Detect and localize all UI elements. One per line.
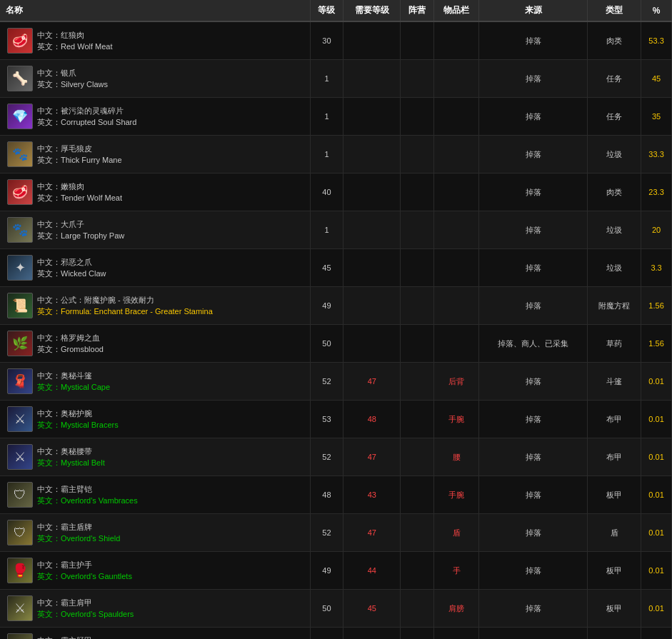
item-faction — [401, 136, 433, 173]
item-icon: ⚔ — [7, 444, 33, 470]
header-type: 类型 — [588, 0, 641, 21]
item-source: 掉落 — [479, 60, 588, 98]
item-level: 1 — [310, 60, 343, 98]
item-icon: 🛡 — [7, 482, 33, 508]
item-pct: 45 — [641, 60, 672, 98]
item-icon: 💎 — [7, 104, 33, 129]
table-row[interactable]: 🐾中文：厚毛狼皮英文：Thick Furry Mane1掉落垃圾33.3 — [0, 136, 672, 173]
item-pct: 20 — [641, 211, 672, 249]
item-icon: ⚔ — [7, 406, 33, 432]
item-source: 掉落 — [479, 514, 588, 552]
item-cn-name: 中文：厚毛狼皮 — [37, 144, 122, 154]
item-source: 掉落 — [479, 401, 588, 438]
item-type: 任务 — [588, 60, 641, 98]
item-faction — [401, 173, 433, 211]
item-cn-name: 中文：红狼肉 — [37, 30, 113, 41]
item-name-cell: 🦴中文：银爪英文：Silvery Claws — [0, 60, 310, 98]
table-row[interactable]: 🛡中文：霸主盾牌英文：Overlord's Shield5247盾掉落盾0.01 — [0, 514, 672, 552]
item-en-name[interactable]: 英文：Mystical Belt — [37, 458, 105, 468]
item-en-name[interactable]: 英文：Mystical Bracers — [37, 420, 119, 431]
table-row[interactable]: 💎中文：被污染的灵魂碎片英文：Corrupted Soul Shard1掉落任务… — [0, 98, 672, 136]
table-row[interactable]: ✦中文：邪恶之爪英文：Wicked Claw45掉落垃圾3.3 — [0, 249, 672, 287]
item-pct: 0.01 — [641, 628, 672, 640]
item-source: 掉落 — [479, 438, 588, 476]
item-name-cell: 💎中文：被污染的灵魂碎片英文：Corrupted Soul Shard — [0, 98, 310, 136]
item-pct: 3.3 — [641, 249, 672, 287]
item-en-name[interactable]: 英文：Silvery Claws — [37, 79, 108, 90]
table-row[interactable]: 🛡中文：霸主臂铠英文：Overlord's Vambraces4843手腕掉落板… — [0, 476, 672, 514]
item-slot: 手 — [433, 552, 478, 590]
item-req-level: 45 — [343, 590, 401, 628]
table-row[interactable]: 🧣中文：奥秘斗篷英文：Mystical Cape5247后背掉落斗篷0.01 — [0, 363, 672, 401]
item-name-cell: 🌿中文：格罗姆之血英文：Gromsblood — [0, 325, 310, 363]
item-level: 52 — [310, 363, 343, 401]
item-faction — [401, 325, 433, 363]
item-level: 30 — [310, 21, 343, 60]
table-row[interactable]: ⚔中文：霸主肩甲英文：Overlord's Spaulders5045肩膀掉落板… — [0, 590, 672, 628]
item-en-name[interactable]: 英文：Mystical Cape — [37, 382, 110, 393]
item-type: 垃圾 — [588, 249, 641, 287]
item-en-name[interactable]: 英文：Large Trophy Paw — [37, 231, 124, 241]
table-row[interactable]: ⚔中文：奥秘腰带英文：Mystical Belt5247腰掉落布甲0.01 — [0, 438, 672, 476]
item-en-name[interactable]: 英文：Gromsblood — [37, 344, 104, 355]
item-en-name[interactable]: 英文：Thick Furry Mane — [37, 155, 122, 166]
table-row[interactable]: 🐾中文：大爪子英文：Large Trophy Paw1掉落垃圾20 — [0, 211, 672, 249]
item-cn-name: 中文：嫩狼肉 — [37, 181, 122, 192]
item-faction — [401, 98, 433, 136]
item-req-level — [343, 98, 401, 136]
item-en-name[interactable]: 英文：Overlord's Gauntlets — [37, 571, 132, 582]
item-req-level: 48 — [343, 401, 401, 438]
table-row[interactable]: 🥩中文：嫩狼肉英文：Tender Wolf Meat40掉落肉类23.3 — [0, 173, 672, 211]
item-icon: 🥩 — [7, 28, 33, 54]
item-type: 草药 — [588, 325, 641, 363]
item-type: 板甲 — [588, 628, 641, 640]
item-faction — [401, 21, 433, 60]
item-faction — [401, 249, 433, 287]
item-icon: 👢 — [7, 633, 33, 639]
item-cn-name: 中文：霸主肩甲 — [37, 598, 134, 608]
item-cn-name: 中文：大爪子 — [37, 219, 124, 230]
item-icon: 🛡 — [7, 520, 33, 545]
item-en-name[interactable]: 英文：Overlord's Spaulders — [37, 609, 134, 620]
item-en-name[interactable]: 英文：Tender Wolf Meat — [37, 193, 122, 203]
item-slot — [433, 325, 478, 363]
item-slot — [433, 136, 478, 173]
item-cn-name: 中文：霸主盾牌 — [37, 522, 120, 533]
table-row[interactable]: 📜中文：公式：附魔护腕 - 强效耐力英文：Formula: Enchant Br… — [0, 287, 672, 325]
item-type: 附魔方程 — [588, 287, 641, 325]
item-req-level — [343, 173, 401, 211]
item-pct: 0.01 — [641, 590, 672, 628]
item-faction — [401, 552, 433, 590]
item-cn-name: 中文：霸主护手 — [37, 560, 132, 570]
table-row[interactable]: 👢中文：霸主胫甲英文：Overlord's Greaves4843脚掉落板甲0.… — [0, 628, 672, 640]
item-en-name[interactable]: 英文：Corrupted Soul Shard — [37, 117, 136, 128]
item-faction — [401, 287, 433, 325]
item-en-name[interactable]: 英文：Formula: Enchant Bracer - Greater Sta… — [37, 306, 213, 317]
item-cn-name: 中文：霸主胫甲 — [37, 635, 128, 640]
item-name-cell: ⚔中文：奥秘护腕英文：Mystical Bracers — [0, 401, 310, 438]
header-source: 来源 — [479, 0, 588, 21]
table-row[interactable]: ⚔中文：奥秘护腕英文：Mystical Bracers5348手腕掉落布甲0.0… — [0, 401, 672, 438]
item-name-cell: 🐾中文：厚毛狼皮英文：Thick Furry Mane — [0, 136, 310, 173]
item-req-level: 43 — [343, 476, 401, 514]
item-en-name[interactable]: 英文：Red Wolf Meat — [37, 41, 113, 52]
item-pct: 1.56 — [641, 325, 672, 363]
item-source: 掉落 — [479, 363, 588, 401]
table-row[interactable]: 🌿中文：格罗姆之血英文：Gromsblood50掉落、商人、已采集草药1.56 — [0, 325, 672, 363]
item-pct: 0.01 — [641, 438, 672, 476]
table-row[interactable]: 🦴中文：银爪英文：Silvery Claws1掉落任务45 — [0, 60, 672, 98]
item-name-cell: 🐾中文：大爪子英文：Large Trophy Paw — [0, 211, 310, 249]
item-en-name[interactable]: 英文：Wicked Claw — [37, 268, 106, 279]
item-req-level: 43 — [343, 628, 401, 640]
item-faction — [401, 514, 433, 552]
item-slot — [433, 21, 478, 60]
table-row[interactable]: 🥊中文：霸主护手英文：Overlord's Gauntlets4944手掉落板甲… — [0, 552, 672, 590]
table-row[interactable]: 🥩中文：红狼肉英文：Red Wolf Meat30掉落肉类53.3 — [0, 21, 672, 60]
item-req-level — [343, 287, 401, 325]
item-en-name[interactable]: 英文：Overlord's Shield — [37, 533, 120, 544]
item-cn-name: 中文：奥秘斗篷 — [37, 371, 110, 381]
item-en-name[interactable]: 英文：Overlord's Vambraces — [37, 495, 138, 506]
item-cn-name: 中文：被污染的灵魂碎片 — [37, 106, 136, 116]
item-slot — [433, 211, 478, 249]
item-type: 肉类 — [588, 21, 641, 60]
